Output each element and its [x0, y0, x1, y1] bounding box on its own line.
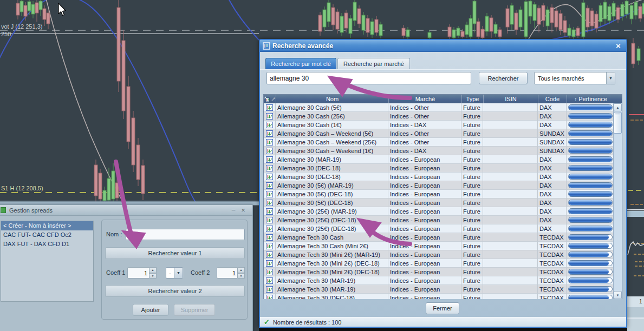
- cell-market: Indices - European: [388, 276, 461, 285]
- keyword-search-input[interactable]: [266, 72, 471, 84]
- cell-type: Future: [461, 276, 483, 285]
- market-filter-dropdown[interactable]: Tous les marchés ▼: [534, 72, 615, 84]
- cell-market: Indices - DAX: [388, 121, 461, 129]
- cell-market: Indices - European: [388, 285, 461, 294]
- cell-pertinence: [567, 190, 614, 198]
- spreads-window-titlebar[interactable]: Gestion spreads – ×: [0, 205, 252, 216]
- cell-name: Allemagne 30 Cash – Weekend (1€): [276, 147, 388, 155]
- dialog-title: Recherche avancée: [272, 42, 333, 50]
- spread-list[interactable]: < Créer - Nom à insérer >CAC FUT- CAC CF…: [1, 221, 94, 302]
- coeff2-stepper[interactable]: ▲ ▼: [217, 267, 245, 279]
- cell-isin: [483, 233, 538, 242]
- table-row[interactable]: Allemagne Tech 30 CashIndices - European…: [264, 233, 614, 242]
- cell-isin: [483, 129, 538, 138]
- pertinence-bar: [568, 130, 613, 136]
- cell-pertinence: [567, 181, 614, 190]
- table-row[interactable]: Allemagne 30 (DEC-18)Indices - EuropeanF…: [264, 173, 614, 181]
- col-header-isin[interactable]: ISIN: [483, 95, 538, 103]
- chevron-down-icon[interactable]: ▼: [174, 268, 183, 278]
- table-row[interactable]: Allemagne 30 (5€) (DEC-18)Indices - Euro…: [264, 198, 614, 207]
- cell-isin: [483, 147, 538, 155]
- cell-market: Indices - European: [388, 233, 461, 242]
- table-row[interactable]: Allemagne 30 Cash (5€)Indices - OtherFut…: [264, 103, 614, 112]
- cell-code: TECDAX: [538, 250, 567, 259]
- search-value2-button[interactable]: Rechercher valeur 2: [105, 285, 245, 297]
- results-table-header[interactable]: Nom Marché Type ISIN Code ↑ Pertinence: [264, 95, 622, 103]
- cell-isin: [483, 250, 538, 259]
- coeff1-up-icon[interactable]: ▲: [149, 267, 157, 273]
- table-row[interactable]: Allemagne 30 (MAR-19)Indices - EuropeanF…: [264, 155, 614, 164]
- dialog-titlebar[interactable]: Recherche avancée ×: [260, 40, 626, 52]
- table-row[interactable]: Allemagne Tech 30 (Mini 2€) (DEC-18)Indi…: [264, 268, 614, 276]
- spreads-window: Gestion spreads – × < Créer - Nom à insé…: [0, 204, 253, 331]
- wrench-icon[interactable]: [270, 96, 276, 102]
- coeff2-input[interactable]: [217, 267, 238, 279]
- scroll-down-icon[interactable]: ▼: [614, 291, 622, 299]
- close-icon[interactable]: ×: [614, 41, 623, 50]
- cell-code: DAX: [538, 121, 567, 129]
- cell-pertinence: [567, 285, 614, 294]
- table-row[interactable]: Allemagne 30 (DEC-18)Indices - EuropeanF…: [264, 164, 614, 173]
- col-header-type[interactable]: Type: [461, 95, 483, 103]
- cell-code: SUNDAX: [538, 129, 567, 138]
- close-button[interactable]: ×: [239, 206, 247, 214]
- coeff2-up-icon[interactable]: ▲: [238, 267, 245, 273]
- table-row[interactable]: Allemagne 30 (25€) (MAR-19)Indices - Eur…: [264, 207, 614, 216]
- coeff2-down-icon[interactable]: ▼: [238, 273, 245, 279]
- coeff1-stepper[interactable]: ▲ ▼: [127, 267, 157, 279]
- search-value1-button[interactable]: Rechercher valeur 1: [105, 247, 245, 259]
- cell-pertinence: [567, 103, 614, 112]
- results-scrollbar[interactable]: ▲ ▼: [613, 103, 622, 299]
- table-row[interactable]: Allemagne 30 Cash (1€)Indices - DAXFutur…: [264, 121, 614, 129]
- cell-isin: [483, 259, 538, 268]
- pertinence-bar: [568, 165, 613, 171]
- col-header-code[interactable]: Code: [538, 95, 567, 103]
- tab-market-search[interactable]: Recherche par marché: [337, 58, 410, 69]
- cell-market: Indices - European: [388, 155, 461, 164]
- table-row[interactable]: Allemagne 30 (25€) (DEC-18)Indices - Eur…: [264, 216, 614, 224]
- spread-list-item[interactable]: CAC FUT- CAC CFD Oc2: [1, 230, 93, 240]
- coeff1-input[interactable]: [127, 267, 149, 279]
- table-row[interactable]: Allemagne 30 (5€) (DEC-18)Indices - Euro…: [264, 190, 614, 198]
- table-row[interactable]: Allemagne 30 Cash – Weekend (25€)Indices…: [264, 138, 614, 147]
- coeff1-label: Coeff 1: [106, 269, 125, 276]
- cell-name: Allemagne 30 (5€) (DEC-18): [276, 190, 388, 198]
- cell-type: Future: [461, 285, 483, 294]
- scrollbar-thumb[interactable]: [614, 112, 622, 134]
- scroll-up-icon[interactable]: ▲: [614, 103, 622, 111]
- time-axis-label: 1: [639, 299, 642, 304]
- screen: vot J (12 251,3) 250 S1 H (12 208,5) 1 G…: [0, 0, 644, 331]
- table-row[interactable]: Allemagne Tech 30 (MAR-19)Indices - Euro…: [264, 276, 614, 285]
- add-chart-icon[interactable]: [264, 96, 270, 102]
- table-row[interactable]: Allemagne Tech 30 (Mini 2€) (MAR-19)Indi…: [264, 250, 614, 259]
- operator-dropdown[interactable]: - ▼: [166, 267, 183, 279]
- col-header-nom[interactable]: Nom: [276, 95, 388, 103]
- chevron-down-icon[interactable]: ▼: [606, 72, 615, 84]
- check-icon: ✓: [264, 318, 270, 326]
- table-row[interactable]: Allemagne 30 (5€) (MAR-19)Indices - Euro…: [264, 181, 614, 190]
- cell-name: Allemagne Tech 30 (Mini 2€) (DEC-18): [276, 259, 388, 268]
- table-row[interactable]: Allemagne Tech 30 (Mini 2€) (DEC-18)Indi…: [264, 259, 614, 268]
- minimize-button[interactable]: –: [230, 206, 237, 214]
- add-button[interactable]: Ajouter: [133, 304, 168, 316]
- col-header-pertinence[interactable]: ↑ Pertinence: [567, 95, 614, 103]
- spread-name-input[interactable]: [126, 229, 245, 240]
- tabs-underline: [260, 69, 626, 70]
- col-header-marche[interactable]: Marché: [388, 95, 461, 103]
- cell-type: Future: [461, 164, 483, 173]
- table-row[interactable]: Allemagne 30 Cash (25€)Indices - OtherFu…: [264, 112, 614, 121]
- table-row[interactable]: Allemagne 30 (25€) (DEC-18)Indices - Eur…: [264, 224, 614, 233]
- tab-keyword-search[interactable]: Recherche par mot clé: [265, 58, 336, 69]
- pertinence-bar: [568, 217, 613, 223]
- table-row[interactable]: Allemagne Tech 30 Cash (Mini 2€)Indices …: [264, 242, 614, 250]
- cell-name: Allemagne 30 Cash (5€): [276, 103, 388, 112]
- search-button[interactable]: Rechercher: [479, 72, 528, 84]
- table-row[interactable]: Allemagne Tech 30 (MAR-19)Indices - Euro…: [264, 285, 614, 294]
- spread-list-item[interactable]: < Créer - Nom à insérer >: [1, 221, 93, 230]
- table-row[interactable]: Allemagne 30 Cash – Weekend (1€)Indices …: [264, 147, 614, 155]
- fermer-button[interactable]: Fermer: [426, 302, 459, 314]
- table-row[interactable]: Allemagne 30 Cash – Weekend (5€)Indices …: [264, 129, 614, 138]
- coeff1-down-icon[interactable]: ▼: [149, 273, 157, 279]
- table-row[interactable]: Allemagne Tech 30 (DEC-18)Indices - Euro…: [264, 294, 614, 299]
- spread-list-item[interactable]: DAX FUT - DAX CFD D1: [1, 240, 93, 249]
